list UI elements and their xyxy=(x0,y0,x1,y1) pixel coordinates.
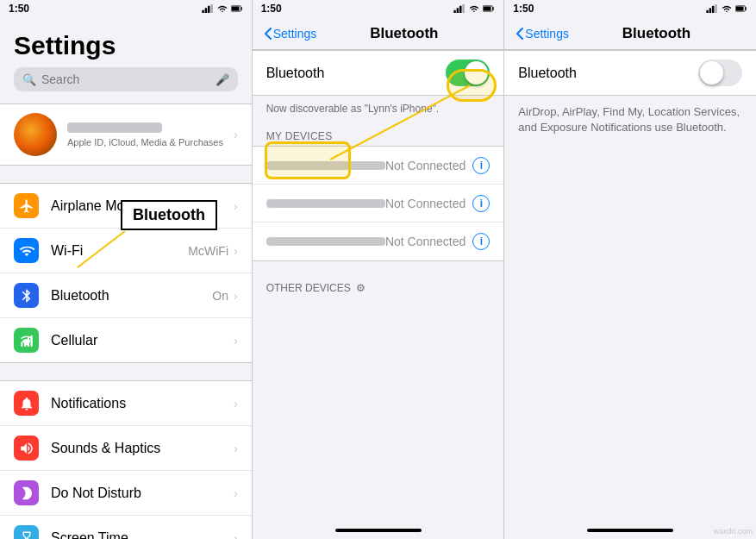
svg-rect-0 xyxy=(202,10,204,13)
device-row-3[interactable]: Not Connected i xyxy=(253,222,504,260)
wifi-status-icon xyxy=(216,4,228,13)
home-indicator-2 xyxy=(253,522,504,539)
settings-item-screentime[interactable]: Screen Time › xyxy=(0,516,252,539)
settings-item-sounds[interactable]: Sounds & Haptics › xyxy=(0,426,252,471)
svg-rect-20 xyxy=(712,6,715,13)
my-devices-header: MY DEVICES xyxy=(253,123,504,146)
hourglass-icon xyxy=(19,530,34,540)
wifi-value: McWiFi xyxy=(188,244,228,258)
battery-icon xyxy=(231,4,243,13)
dnd-chevron: › xyxy=(234,486,238,500)
toggle-knob xyxy=(465,61,488,85)
search-bar[interactable]: 🔍 🎤 xyxy=(14,67,238,91)
back-button-2[interactable]: Settings xyxy=(265,27,317,41)
airplane-mode-icon-bg xyxy=(14,193,39,218)
battery-icon-3 xyxy=(735,4,747,13)
back-chevron-2 xyxy=(265,28,272,40)
bluetooth-value: On xyxy=(212,289,228,303)
notifications-label: Notifications xyxy=(51,396,234,411)
back-button-3[interactable]: Settings xyxy=(516,27,569,41)
airplane-mode-label: Airplane Mode xyxy=(51,198,234,214)
notifications-icon-bg xyxy=(14,391,39,416)
airplane-icon xyxy=(19,198,34,214)
svg-rect-11 xyxy=(454,10,457,13)
svg-rect-9 xyxy=(30,335,32,347)
screentime-chevron: › xyxy=(234,531,238,540)
svg-rect-1 xyxy=(204,8,207,13)
bluetooth-off-toggle-row: Bluetooth xyxy=(504,50,756,96)
home-bar-2 xyxy=(335,529,422,532)
device-status-2: Not Connected xyxy=(385,197,465,210)
notifications-group: Notifications › Sounds & Haptics › Do No… xyxy=(0,380,252,539)
wifi-icon-bg xyxy=(14,238,39,263)
wifi-chevron: › xyxy=(234,244,238,258)
status-bar-2: 1:50 xyxy=(253,0,504,17)
sounds-label: Sounds & Haptics xyxy=(51,441,234,456)
status-time-3: 1:50 xyxy=(513,3,534,15)
bluetooth-label: Bluetooth xyxy=(51,288,212,304)
status-bar-1: 1:50 xyxy=(0,0,252,17)
wifi-status-icon-2 xyxy=(468,4,480,13)
other-devices-header: OTHER DEVICES ⚙ xyxy=(253,275,504,298)
account-row[interactable]: Apple ID, iCloud, Media & Purchases › xyxy=(0,103,252,166)
svg-rect-2 xyxy=(208,6,210,13)
notifications-chevron: › xyxy=(234,397,238,411)
dnd-icon-bg xyxy=(14,480,39,505)
avatar xyxy=(14,113,57,156)
device-row-2[interactable]: Not Connected i xyxy=(253,185,504,222)
device-info-btn-1[interactable]: i xyxy=(472,157,490,174)
device-name-blur-1 xyxy=(266,161,385,170)
discoverable-text: Now discoverable as "Lynn's iPhone". xyxy=(253,99,504,123)
home-indicator-3 xyxy=(504,522,756,539)
settings-item-airplane[interactable]: Airplane Mode › xyxy=(0,184,252,229)
bluetooth-off-toggle[interactable] xyxy=(698,60,742,86)
settings-item-cellular[interactable]: Cellular › xyxy=(0,318,252,362)
signal-icon xyxy=(202,4,214,13)
svg-rect-23 xyxy=(736,6,744,10)
bt-off-description: AirDrop, AirPlay, Find My, Location Serv… xyxy=(504,99,756,149)
svg-rect-13 xyxy=(459,6,462,13)
settings-item-dnd[interactable]: Do Not Disturb › xyxy=(0,471,252,516)
settings-item-wifi[interactable]: Wi-Fi McWiFi › xyxy=(0,229,252,273)
settings-item-bluetooth[interactable]: Bluetooth On › xyxy=(0,273,252,318)
bluetooth-icon-bg xyxy=(14,283,39,308)
screentime-icon-bg xyxy=(14,525,39,539)
status-icons-2 xyxy=(453,4,495,13)
signal-icon-3 xyxy=(706,4,718,13)
panel-settings: 1:50 Settings xyxy=(0,0,253,539)
settings-item-notifications[interactable]: Notifications › xyxy=(0,381,252,426)
device-status-1: Not Connected xyxy=(385,159,465,172)
svg-rect-3 xyxy=(210,4,213,13)
panel-bluetooth-on: 1:50 Settings xyxy=(253,0,505,539)
status-bar-3: 1:50 xyxy=(504,0,756,17)
device-info-btn-2[interactable]: i xyxy=(472,195,490,212)
bluetooth-toggle[interactable] xyxy=(446,60,490,86)
svg-rect-6 xyxy=(21,342,22,346)
back-chevron-3 xyxy=(516,28,523,40)
bluetooth-toggle-label: Bluetooth xyxy=(266,66,447,81)
dnd-label: Do Not Disturb xyxy=(51,486,234,501)
battery-icon-2 xyxy=(483,4,495,13)
svg-rect-18 xyxy=(706,10,709,13)
mic-icon: 🎤 xyxy=(216,73,229,86)
device-info-btn-3[interactable]: i xyxy=(472,233,490,250)
airplane-chevron: › xyxy=(234,199,238,213)
svg-rect-12 xyxy=(457,8,459,13)
toggle-off-knob xyxy=(700,61,723,85)
device-row-1[interactable]: Not Connected i xyxy=(253,147,504,185)
moon-icon xyxy=(19,486,34,501)
chevron-icon: › xyxy=(234,128,238,141)
bluetooth-on-content: Bluetooth Now discoverable as "Lynn's iP… xyxy=(253,50,504,522)
search-input[interactable] xyxy=(41,72,210,86)
account-name-blur xyxy=(67,122,162,133)
status-icons-3 xyxy=(706,4,747,13)
home-bar-3 xyxy=(587,529,673,532)
bluetooth-icon xyxy=(19,288,34,304)
bluetooth-off-content: Bluetooth AirDrop, AirPlay, Find My, Loc… xyxy=(504,50,756,522)
nav-bar-3: Settings Bluetooth xyxy=(504,17,756,50)
svg-rect-16 xyxy=(484,6,491,10)
status-time-2: 1:50 xyxy=(261,3,282,15)
sounds-icon-bg xyxy=(14,436,39,461)
screentime-label: Screen Time xyxy=(51,530,234,540)
search-icon: 🔍 xyxy=(22,73,36,86)
